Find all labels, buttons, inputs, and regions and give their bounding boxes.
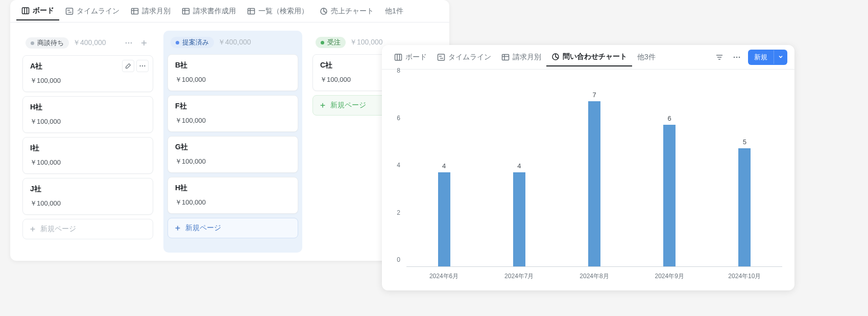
status-badge[interactable]: 受注: [316, 37, 346, 48]
svg-point-16: [126, 42, 127, 44]
new-page-button[interactable]: 新規ページ: [167, 218, 298, 238]
y-tick: 4: [397, 162, 400, 169]
y-tick: 6: [397, 115, 400, 122]
board-tabs: ボード タイムライン 請求月別 請求書作成用 一覧（検索用） 売上チャート 他1…: [10, 0, 449, 22]
tab-board[interactable]: ボード: [389, 49, 432, 66]
column-total: ￥400,000: [73, 38, 106, 48]
card-edit-button[interactable]: [122, 60, 134, 72]
tab-list-search[interactable]: 一覧（検索用）: [242, 3, 314, 20]
svg-point-18: [131, 42, 132, 44]
column-total: ￥400,000: [218, 38, 251, 47]
tab-label: ボード: [33, 6, 54, 15]
plus-icon: [140, 39, 148, 47]
tab-sales-chart[interactable]: 売上チャート: [315, 3, 379, 20]
svg-rect-0: [22, 8, 29, 14]
svg-rect-36: [502, 54, 509, 60]
y-tick: 2: [397, 209, 400, 216]
svg-rect-3: [66, 8, 73, 14]
tab-label: 売上チャート: [331, 7, 374, 16]
card[interactable]: G社 ￥100,000: [167, 136, 298, 173]
chevron-down-icon: [778, 54, 783, 59]
card-more-button[interactable]: [136, 60, 149, 72]
tab-label: 請求月別: [142, 7, 171, 16]
card-title: H社: [175, 184, 291, 193]
svg-point-21: [139, 65, 140, 66]
column-name: 受注: [327, 38, 341, 47]
tab-board[interactable]: ボード: [16, 2, 59, 20]
svg-point-17: [128, 42, 130, 44]
new-button: 新規: [748, 50, 787, 65]
tab-inquiry-chart[interactable]: 問い合わせチャート: [546, 48, 632, 66]
chart-bar[interactable]: 4: [438, 172, 450, 267]
chart-area: 02468 44765 2024年6月2024年7月2024年8月2024年9月…: [382, 70, 794, 290]
more-horizontal-icon: [733, 53, 741, 61]
column-name: 提案済み: [182, 38, 209, 47]
card[interactable]: F社 ￥100,000: [167, 95, 298, 132]
column-add-button[interactable]: [138, 37, 150, 49]
tab-billing-month[interactable]: 請求月別: [126, 3, 176, 20]
card[interactable]: H社 ￥100,000: [22, 96, 153, 133]
bar-value-label: 5: [743, 138, 746, 146]
y-tick: 8: [397, 67, 400, 74]
tab-invoice-creation[interactable]: 請求書作成用: [177, 3, 241, 20]
plus-icon: [174, 224, 181, 232]
chart-bar[interactable]: 7: [588, 101, 600, 266]
status-badge[interactable]: 商談待ち: [26, 37, 69, 49]
svg-rect-30: [395, 54, 402, 60]
new-button-label[interactable]: 新規: [748, 50, 774, 65]
svg-point-43: [734, 56, 735, 58]
new-page-label: 新規ページ: [185, 223, 221, 233]
more-button[interactable]: [731, 51, 743, 63]
tabs-more[interactable]: 他3件: [632, 53, 661, 62]
card[interactable]: A社 ￥100,000: [22, 55, 153, 92]
card[interactable]: H社 ￥100,000: [167, 177, 298, 214]
card-title: F社: [175, 102, 291, 111]
x-tick-label: 2024年8月: [580, 272, 609, 281]
card-amount: ￥100,000: [175, 157, 291, 166]
table-icon: [247, 7, 255, 15]
chart-bar[interactable]: 4: [513, 172, 525, 267]
status-badge[interactable]: 提案済み: [171, 37, 214, 48]
tab-billing-month[interactable]: 請求月別: [496, 49, 546, 66]
new-button-dropdown[interactable]: [774, 50, 787, 64]
tabs-more[interactable]: 他1件: [380, 7, 408, 16]
table-icon: [501, 53, 510, 61]
bar-value-label: 6: [668, 115, 671, 122]
bar-value-label: 4: [442, 162, 446, 170]
chart-bar[interactable]: 6: [663, 125, 676, 266]
new-page-label: 新規ページ: [330, 101, 366, 110]
card-amount: ￥100,000: [175, 198, 291, 207]
svg-rect-6: [132, 8, 138, 14]
chart-bar[interactable]: 5: [738, 148, 751, 266]
chart-icon: [320, 7, 328, 15]
card[interactable]: B社 ￥100,000: [167, 54, 298, 91]
bar-value-label: 4: [517, 162, 521, 170]
card-title: B社: [175, 61, 291, 70]
svg-rect-9: [183, 8, 189, 14]
card[interactable]: I社 ￥100,000: [22, 137, 153, 174]
board-icon: [21, 7, 30, 15]
tab-timeline[interactable]: タイムライン: [432, 49, 496, 66]
card-title: J社: [30, 185, 146, 194]
tab-label: 請求月別: [513, 53, 541, 62]
card[interactable]: J社 ￥100,000: [22, 178, 153, 215]
column-more-button[interactable]: [123, 37, 135, 49]
new-page-button[interactable]: 新規ページ: [22, 219, 153, 239]
svg-rect-33: [438, 54, 445, 60]
table-icon: [131, 7, 139, 15]
edit-icon: [125, 62, 132, 70]
tab-label: タイムライン: [448, 53, 491, 62]
chart-icon: [551, 53, 560, 61]
filter-button[interactable]: [713, 51, 726, 63]
card-title: H社: [30, 103, 146, 112]
tab-label: ボード: [405, 53, 427, 62]
tab-label: 問い合わせチャート: [563, 52, 627, 61]
svg-point-44: [736, 56, 738, 58]
x-tick-label: 2024年7月: [504, 272, 534, 281]
svg-point-23: [144, 65, 145, 66]
column-total: ￥100,000: [350, 38, 383, 47]
chart-plot: 44765: [406, 78, 782, 267]
x-tick-label: 2024年10月: [728, 272, 761, 281]
x-axis: 2024年6月2024年7月2024年8月2024年9月2024年10月: [406, 272, 782, 282]
tab-timeline[interactable]: タイムライン: [60, 3, 125, 20]
